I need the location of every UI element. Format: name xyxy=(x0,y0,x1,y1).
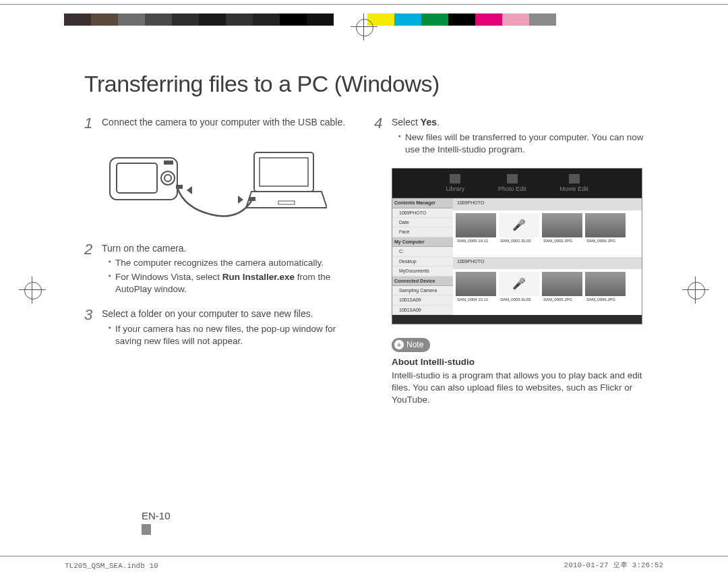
sidebar-panel: Contents Manager 1009PHOTO Date Face My … xyxy=(392,198,453,315)
step-text: Connect the camera to your computer with… xyxy=(102,116,354,129)
right-column: 4 Select Yes. New files will be transfer… xyxy=(374,116,644,406)
note-badge: + Note xyxy=(392,338,430,351)
step-number: 3 xyxy=(84,305,102,354)
step-text: Select a folder on your computer to save… xyxy=(102,308,354,320)
footer-timestamp: 2010-01-27 오후 3:26:52 xyxy=(564,560,663,570)
page-title: Transferring files to a PC (Windows) xyxy=(84,71,644,97)
app-toolbar: Library Photo Edit Movie Edit xyxy=(392,169,642,198)
main-panel: 1009PHOTO SAM_0005 10.11SAM_0001.SL03SAM… xyxy=(453,198,642,315)
bullet-item: For Windows Vista, select Run Installer.… xyxy=(109,271,354,295)
thumbnail: SAM_0004 10.11 xyxy=(456,272,496,304)
svg-rect-11 xyxy=(278,201,295,204)
svg-marker-7 xyxy=(187,186,192,194)
note-label: Note xyxy=(406,339,423,350)
registration-mark-left xyxy=(19,277,46,304)
bullet-item: New files will be transferred to your co… xyxy=(398,132,644,156)
svg-point-2 xyxy=(161,171,175,185)
bullet-item: If your camera has no new files, the pop… xyxy=(109,323,354,347)
bullet-item: The computer recognizes the camera autom… xyxy=(109,257,354,269)
step-4: 4 Select Yes. New files will be transfer… xyxy=(374,116,644,163)
svg-rect-1 xyxy=(117,163,157,193)
svg-marker-8 xyxy=(238,196,243,204)
page-number: EN-10 xyxy=(142,510,171,521)
svg-rect-10 xyxy=(260,158,308,186)
crop-mark-bottom xyxy=(0,556,728,556)
step-number: 4 xyxy=(374,113,392,163)
plus-icon: + xyxy=(394,340,404,349)
intelli-studio-screenshot: Library Photo Edit Movie Edit Contents M… xyxy=(392,168,642,324)
note-body: Intelli-studio is a program that allows … xyxy=(392,370,644,407)
thumbnail: SAM_0003.SL03 xyxy=(499,272,539,304)
registration-mark-right xyxy=(682,277,709,304)
step-1: 1 Connect the camera to your computer wi… xyxy=(84,116,354,134)
color-calibration-bar xyxy=(64,13,597,26)
thumbnail: SAM_0002.JPG xyxy=(542,213,582,246)
page-tab-indicator xyxy=(142,524,151,535)
step-2: 2 Turn on the camera. The computer recog… xyxy=(84,242,354,303)
step-text: Select Yes. xyxy=(392,116,644,129)
footer-file-name: TL205_QSM_SEA.indb 10 xyxy=(65,562,158,570)
thumbnail: SAM_0005.JPG xyxy=(542,272,582,304)
thumbnail: SAM_0005 10.11 xyxy=(456,213,496,246)
step-number: 2 xyxy=(84,239,102,303)
registration-mark-top xyxy=(351,13,377,40)
step-text: Turn on the camera. xyxy=(102,242,354,255)
camera-to-laptop-illustration xyxy=(104,146,327,227)
svg-point-3 xyxy=(164,175,171,181)
thumbnail: SAM_0006.JPG xyxy=(585,213,626,246)
left-column: 1 Connect the camera to your computer wi… xyxy=(84,116,354,406)
svg-rect-5 xyxy=(176,185,183,189)
thumbnail: SAM_0006.JPG xyxy=(585,272,626,304)
step-3: 3 Select a folder on your computer to sa… xyxy=(84,308,354,354)
crop-mark-top xyxy=(0,4,728,5)
note-title: About Intelli-studio xyxy=(392,356,644,368)
svg-rect-4 xyxy=(164,161,173,165)
step-number: 1 xyxy=(84,113,102,134)
thumbnail: SAM_0001.SL03 xyxy=(499,213,539,246)
